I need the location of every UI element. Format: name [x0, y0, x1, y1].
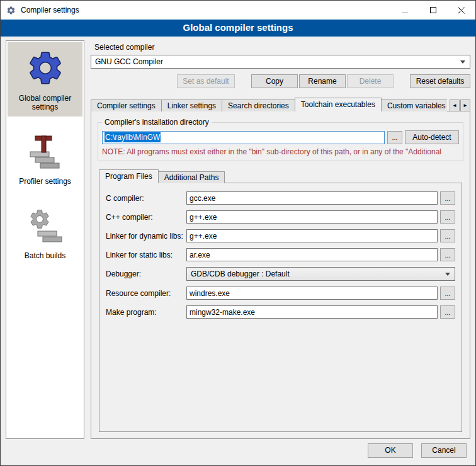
- sidebar-item-label: Profiler settings: [19, 177, 71, 186]
- field-value: g++.exe: [190, 232, 217, 241]
- installation-directory-row: C:\raylib\MinGW ... Auto-detect: [102, 130, 459, 144]
- installation-directory-selected-text: C:\raylib\MinGW: [105, 132, 161, 142]
- set-as-default-button: Set as default: [177, 74, 235, 88]
- ok-button[interactable]: OK: [368, 443, 413, 458]
- tab-linker-settings[interactable]: Linker settings: [161, 99, 222, 111]
- field-label: Debugger:: [106, 270, 186, 278]
- sidebar-item-profiler-settings[interactable]: Profiler settings: [8, 127, 82, 191]
- linker-static-input[interactable]: ar.exe: [186, 248, 438, 261]
- tabs-clip: Compiler settings Linker settings Search…: [91, 98, 447, 111]
- tab-scroll-left-button[interactable]: ◄: [450, 99, 460, 111]
- linker-static-browse-button[interactable]: ...: [440, 248, 455, 261]
- debugger-select[interactable]: GDB/CDB debugger : Default: [186, 267, 455, 281]
- compiler-button-row: Set as default Copy Rename Delete Reset …: [91, 74, 470, 88]
- c-compiler-browse-button[interactable]: ...: [440, 191, 455, 205]
- close-button[interactable]: [447, 1, 475, 20]
- field-value: windres.exe: [190, 289, 230, 298]
- field-label: Resource compiler:: [106, 289, 186, 298]
- settings-sidebar: Global compiler settings Profiler settin…: [6, 40, 84, 439]
- tab-scroll-controls: ◄ ►: [450, 99, 470, 111]
- sidebar-item-label: Batch builds: [25, 251, 65, 260]
- form-row-c-compiler: C compiler: gcc.exe ...: [106, 191, 455, 205]
- cpp-compiler-browse-button[interactable]: ...: [440, 210, 455, 224]
- tab-custom-variables[interactable]: Custom variables: [381, 99, 447, 111]
- batch-gear-icon: [26, 207, 64, 247]
- rename-button[interactable]: Rename: [299, 74, 346, 88]
- program-files-tab-strip: Program Files Additional Paths: [96, 169, 465, 183]
- make-program-input[interactable]: mingw32-make.exe: [186, 305, 438, 319]
- form-row-cpp-compiler: C++ compiler: g++.exe ...: [106, 210, 455, 224]
- field-label: Linker for dynamic libs:: [106, 232, 186, 241]
- resource-compiler-input[interactable]: windres.exe: [186, 287, 438, 300]
- delete-button: Delete: [347, 74, 394, 88]
- form-row-linker-dynamic: Linker for dynamic libs: g++.exe ...: [106, 229, 455, 242]
- resource-compiler-browse-button[interactable]: ...: [440, 287, 455, 300]
- auto-detect-button[interactable]: Auto-detect: [405, 130, 459, 144]
- main-area: Selected compiler GNU GCC Compiler Set a…: [91, 40, 470, 439]
- program-files-panel: C compiler: gcc.exe ... C++ compiler: g+…: [99, 183, 462, 432]
- linker-dynamic-browse-button[interactable]: ...: [440, 229, 455, 242]
- tab-scroll-right-button[interactable]: ►: [460, 99, 470, 111]
- field-value: GDB/CDB debugger : Default: [191, 270, 290, 278]
- form-row-resource-compiler: Resource compiler: windres.exe ...: [106, 287, 455, 300]
- minimize-button[interactable]: [390, 1, 419, 20]
- selected-compiler-dropdown[interactable]: GNU GCC Compiler: [91, 55, 470, 69]
- chevron-down-icon: [445, 273, 450, 276]
- tab-compiler-settings[interactable]: Compiler settings: [91, 99, 162, 111]
- profiler-tool-icon: [26, 133, 64, 173]
- window-controls: [390, 1, 475, 20]
- copy-button[interactable]: Copy: [251, 74, 298, 88]
- cancel-button[interactable]: Cancel: [421, 443, 467, 458]
- gear-icon: [26, 48, 65, 89]
- c-compiler-input[interactable]: gcc.exe: [186, 191, 438, 205]
- linker-dynamic-input[interactable]: g++.exe: [186, 229, 438, 242]
- maximize-button[interactable]: [419, 1, 447, 20]
- installation-directory-browse-button[interactable]: ...: [387, 131, 402, 144]
- sidebar-item-global-compiler-settings[interactable]: Global compiler settings: [8, 42, 82, 116]
- settings-tab-strip: Compiler settings Linker settings Search…: [91, 98, 470, 111]
- sidebar-item-label: Global compiler settings: [9, 94, 81, 111]
- dialog-content: Global compiler settings Profiler settin…: [1, 37, 475, 441]
- tab-program-files[interactable]: Program Files: [99, 169, 159, 183]
- chevron-down-icon: [460, 60, 465, 64]
- field-value: mingw32-make.exe: [190, 308, 255, 317]
- sidebar-item-batch-builds[interactable]: Batch builds: [8, 201, 82, 265]
- installation-directory-legend: Compiler's installation directory: [102, 118, 212, 127]
- tab-toolchain-executables[interactable]: Toolchain executables: [295, 98, 382, 111]
- reset-defaults-button[interactable]: Reset defaults: [410, 74, 470, 88]
- dialog-footer: OK Cancel: [1, 441, 475, 465]
- selected-compiler-caption: Selected compiler: [94, 43, 470, 52]
- field-value: g++.exe: [190, 213, 217, 222]
- form-row-linker-static: Linker for static libs: ar.exe ...: [106, 248, 455, 261]
- field-label: Linker for static libs:: [106, 251, 186, 259]
- field-value: gcc.exe: [190, 194, 215, 203]
- field-value: ar.exe: [190, 251, 210, 259]
- app-icon: [6, 5, 16, 15]
- field-label: C compiler:: [106, 194, 186, 203]
- form-row-make-program: Make program: mingw32-make.exe ...: [106, 305, 455, 319]
- cpp-compiler-input[interactable]: g++.exe: [186, 210, 438, 224]
- tab-search-directories[interactable]: Search directories: [222, 99, 295, 111]
- compiler-settings-dialog: Compiler settings Global compiler settin…: [0, 0, 476, 466]
- window-title: Compiler settings: [21, 6, 79, 14]
- page-title: Global compiler settings: [1, 20, 475, 37]
- selected-compiler-value: GNU GCC Compiler: [95, 57, 163, 66]
- field-label: C++ compiler:: [106, 213, 186, 222]
- field-label: Make program:: [106, 308, 186, 317]
- installation-note: NOTE: All programs must exist either in …: [102, 147, 459, 156]
- installation-directory-group: Compiler's installation directory C:\ray…: [98, 118, 463, 161]
- installation-directory-input[interactable]: C:\raylib\MinGW: [102, 131, 385, 144]
- form-row-debugger: Debugger: GDB/CDB debugger : Default: [106, 267, 455, 281]
- toolchain-executables-panel: Compiler's installation directory C:\ray…: [91, 111, 470, 439]
- tab-additional-paths[interactable]: Additional Paths: [158, 171, 225, 183]
- make-program-browse-button[interactable]: ...: [440, 305, 455, 319]
- title-bar: Compiler settings: [1, 1, 475, 20]
